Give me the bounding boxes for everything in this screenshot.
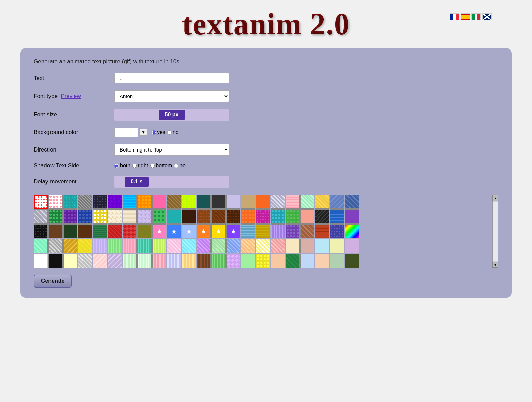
- texture-cell[interactable]: [241, 224, 255, 238]
- texture-cell[interactable]: [345, 209, 359, 224]
- texture-cell[interactable]: [315, 195, 329, 209]
- texture-cell[interactable]: [78, 254, 92, 268]
- texture-cell[interactable]: [48, 254, 63, 268]
- texture-cell[interactable]: [226, 195, 240, 209]
- texture-cell[interactable]: [182, 254, 196, 268]
- texture-cell[interactable]: [93, 209, 107, 224]
- texture-cell[interactable]: [286, 224, 300, 238]
- texture-cell[interactable]: [345, 239, 359, 253]
- scrollbar-track[interactable]: [493, 202, 498, 261]
- texture-cell[interactable]: [300, 254, 314, 268]
- texture-cell[interactable]: [48, 209, 63, 224]
- texture-cell[interactable]: [315, 254, 329, 268]
- texture-cell[interactable]: [34, 239, 48, 253]
- texture-cell[interactable]: [330, 195, 344, 209]
- texture-cell[interactable]: [330, 209, 344, 224]
- color-arrow[interactable]: ▼: [139, 129, 147, 136]
- texture-cell[interactable]: [78, 239, 92, 253]
- texture-cell[interactable]: [211, 209, 226, 224]
- texture-cell[interactable]: [93, 239, 107, 253]
- texture-cell[interactable]: [286, 195, 300, 209]
- texture-cell[interactable]: [34, 224, 48, 238]
- texture-cell[interactable]: [241, 209, 255, 224]
- shadow-both-radio[interactable]: [114, 164, 119, 168]
- texture-cell[interactable]: [197, 209, 211, 224]
- bg-yes-radio[interactable]: [152, 130, 156, 135]
- texture-cell[interactable]: [78, 209, 92, 224]
- texture-cell[interactable]: [211, 239, 226, 253]
- generate-button[interactable]: Generate: [34, 275, 72, 288]
- texture-cell[interactable]: [63, 254, 77, 268]
- texture-cell[interactable]: [315, 209, 329, 224]
- texture-cell[interactable]: [123, 254, 137, 268]
- texture-cell[interactable]: [256, 209, 270, 224]
- texture-cell[interactable]: [271, 239, 285, 253]
- color-box[interactable]: [114, 128, 138, 137]
- texture-cell[interactable]: ★: [167, 224, 181, 238]
- texture-cell[interactable]: [330, 254, 344, 268]
- texture-cell[interactable]: [152, 254, 166, 268]
- texture-cell[interactable]: [330, 224, 344, 238]
- texture-cell[interactable]: [315, 224, 329, 238]
- texture-cell[interactable]: [197, 195, 211, 209]
- texture-cell[interactable]: [63, 239, 77, 253]
- texture-cell[interactable]: [123, 224, 137, 238]
- texture-cell[interactable]: [63, 224, 77, 238]
- texture-cell[interactable]: [226, 254, 240, 268]
- texture-cell[interactable]: [108, 254, 122, 268]
- texture-cell[interactable]: [137, 239, 152, 253]
- texture-cell[interactable]: ★: [226, 224, 240, 238]
- bg-no-radio[interactable]: [167, 130, 172, 135]
- bg-yes-label[interactable]: yes: [152, 129, 165, 135]
- texture-cell[interactable]: [167, 254, 181, 268]
- texture-cell[interactable]: [345, 195, 359, 209]
- font-select[interactable]: Anton Arial Verdana Times New Roman Geor…: [114, 90, 229, 102]
- texture-cell[interactable]: [137, 209, 152, 224]
- texture-cell[interactable]: [182, 209, 196, 224]
- texture-cell[interactable]: [256, 224, 270, 238]
- text-input[interactable]: [114, 73, 229, 83]
- texture-cell[interactable]: [108, 224, 122, 238]
- texture-cell[interactable]: [93, 224, 107, 238]
- texture-cell[interactable]: [137, 195, 152, 209]
- flag-italian[interactable]: [471, 13, 481, 20]
- texture-cell[interactable]: [345, 224, 359, 238]
- texture-cell[interactable]: ★: [182, 224, 196, 238]
- texture-cell[interactable]: [34, 195, 48, 209]
- texture-cell[interactable]: [300, 195, 314, 209]
- texture-cell[interactable]: ★: [197, 224, 211, 238]
- texture-cell[interactable]: [241, 239, 255, 253]
- texture-cell[interactable]: [300, 209, 314, 224]
- shadow-bottom-radio[interactable]: [150, 164, 155, 168]
- texture-cell[interactable]: [286, 254, 300, 268]
- texture-cell[interactable]: [123, 209, 137, 224]
- texture-cell[interactable]: [137, 224, 152, 238]
- texture-cell[interactable]: [152, 239, 166, 253]
- flag-english[interactable]: [482, 13, 492, 20]
- texture-cell[interactable]: [271, 209, 285, 224]
- texture-cell[interactable]: ★: [211, 224, 226, 238]
- shadow-right-radio[interactable]: [132, 164, 137, 168]
- shadow-right-label[interactable]: right: [132, 163, 148, 169]
- texture-cell[interactable]: [345, 254, 359, 268]
- texture-cell[interactable]: [167, 239, 181, 253]
- texture-cell[interactable]: [241, 195, 255, 209]
- texture-cell[interactable]: [286, 209, 300, 224]
- bg-no-label[interactable]: no: [167, 129, 179, 135]
- texture-cell[interactable]: [330, 239, 344, 253]
- texture-cell[interactable]: [241, 254, 255, 268]
- preview-link[interactable]: Preview: [61, 93, 81, 99]
- texture-cell[interactable]: [63, 209, 77, 224]
- scroll-down-button[interactable]: ▼: [492, 262, 498, 268]
- texture-cell[interactable]: [63, 195, 77, 209]
- flag-spanish[interactable]: [461, 13, 470, 20]
- shadow-no-radio[interactable]: [174, 164, 178, 168]
- texture-cell[interactable]: [271, 224, 285, 238]
- delay-value[interactable]: 0.1 s: [125, 177, 149, 187]
- texture-cell[interactable]: [256, 239, 270, 253]
- shadow-both-label[interactable]: both: [114, 163, 130, 169]
- texture-cell[interactable]: [300, 224, 314, 238]
- texture-cell[interactable]: [271, 254, 285, 268]
- font-size-value[interactable]: 50 px: [159, 110, 185, 120]
- texture-cell[interactable]: [137, 254, 152, 268]
